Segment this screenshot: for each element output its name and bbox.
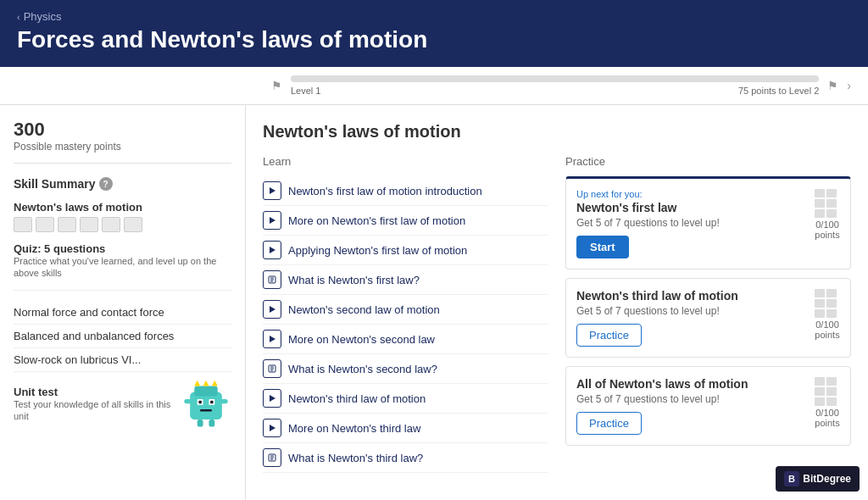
points-value-0: 0/100 points <box>815 219 839 240</box>
svg-marker-12 <box>203 380 209 386</box>
practice-card-newton-all: All of Newton's laws of motion Get 5 of … <box>565 366 851 446</box>
quiz-title: Quiz: 5 questions <box>14 242 231 255</box>
practice-card-content-0: Up next for you: Newton's first law Get … <box>576 189 806 258</box>
svg-marker-14 <box>270 187 275 194</box>
points-block <box>815 397 825 406</box>
learn-item-text-9: What is Newton's third law? <box>288 452 423 464</box>
svg-rect-9 <box>198 419 203 427</box>
practice-column: Practice Up next for you: Newton's first… <box>565 155 851 473</box>
svg-text:B: B <box>788 474 795 484</box>
svg-rect-4 <box>198 400 201 403</box>
sidebar-link-balanced-forces[interactable]: Balanced and unbalanced forces <box>14 325 231 348</box>
points-block <box>826 377 837 386</box>
points-value-1: 0/100 points <box>815 319 839 340</box>
chevron-left-icon: ‹ <box>17 12 20 22</box>
practice-card-subtitle-1: Get 5 of 7 questions to level up! <box>576 305 806 317</box>
unit-test-text: Unit test Test your knowledge of all ski… <box>14 386 172 423</box>
points-block <box>815 377 825 386</box>
article-icon-6 <box>263 359 281 378</box>
learn-item-text-6: What is Newton's second law? <box>288 363 437 375</box>
practice-button-2[interactable]: Practice <box>576 412 642 435</box>
practice-points-2: 0/100 points <box>815 377 840 428</box>
practice-card-title-1: Newton's third law of motion <box>576 289 806 303</box>
practice-card-subtitle-2: Get 5 of 7 questions to level up! <box>576 393 806 405</box>
progress-area: ⚑ Level 1 75 points to Level 2 ⚑ › <box>0 67 868 105</box>
learn-item-6[interactable]: What is Newton's second law? <box>263 354 548 384</box>
learn-item-text-2: Applying Newton's first law of motion <box>288 244 467 257</box>
practice-card-title-2: All of Newton's laws of motion <box>576 377 806 391</box>
svg-rect-6 <box>200 409 212 412</box>
start-button-0[interactable]: Start <box>576 236 629 258</box>
practice-card-subtitle-0: Get 5 of 7 questions to level up! <box>576 217 806 229</box>
learn-item-9[interactable]: What is Newton's third law? <box>263 443 548 473</box>
svg-marker-27 <box>270 395 275 402</box>
content-section-title: Newton's laws of motion <box>263 122 851 142</box>
practice-points-1: 0/100 points <box>815 289 840 340</box>
points-block <box>826 209 837 218</box>
breadcrumb[interactable]: ‹ Physics <box>17 10 851 23</box>
svg-marker-21 <box>270 306 275 313</box>
points-block <box>815 289 825 297</box>
unit-test-desc: Test your knowledge of all skills in thi… <box>14 398 172 423</box>
unit-test-mascot <box>181 379 231 430</box>
skill-block <box>124 217 142 232</box>
up-next-label: Up next for you: <box>576 189 806 199</box>
learn-item-text-3: What is Newton's first law? <box>288 274 420 286</box>
sidebar-link-normal-force[interactable]: Normal force and contact force <box>14 301 231 325</box>
learn-item-text-5: More on Newton's second law <box>288 333 435 346</box>
quiz-section[interactable]: Quiz: 5 questions Practice what you've l… <box>14 242 231 291</box>
skill-block <box>14 217 32 232</box>
main-layout: 300 Possible mastery points Skill Summar… <box>0 105 868 500</box>
bitdegree-label: BitDegree <box>803 473 851 485</box>
mastery-label: Possible mastery points <box>14 141 231 153</box>
points-value-2: 0/100 points <box>815 408 839 428</box>
sidebar-link-slowrock[interactable]: Slow-rock on lubricus VI... <box>14 348 231 372</box>
points-block <box>815 387 825 396</box>
video-icon-2 <box>263 241 281 259</box>
points-block <box>826 189 837 197</box>
points-block <box>826 309 837 318</box>
help-icon[interactable]: ? <box>99 177 113 191</box>
practice-card-content-2: All of Newton's laws of motion Get 5 of … <box>576 377 806 435</box>
page-header: ‹ Physics Forces and Newton's laws of mo… <box>0 0 868 67</box>
article-icon-9 <box>263 448 281 467</box>
points-block <box>826 387 837 396</box>
chevron-right-icon: › <box>847 79 851 92</box>
points-block <box>826 299 837 308</box>
video-icon-7 <box>263 389 281 408</box>
unit-test-section[interactable]: Unit test Test your knowledge of all ski… <box>14 379 231 430</box>
skill-block <box>36 217 54 232</box>
skill-item-title: Newton's laws of motion <box>14 201 231 214</box>
learn-item-8[interactable]: More on Newton's third law <box>263 414 548 443</box>
learn-item-0[interactable]: Newton's first law of motion introductio… <box>263 176 548 206</box>
page-title: Forces and Newton's laws of motion <box>17 26 851 53</box>
learn-item-3[interactable]: What is Newton's first law? <box>263 265 548 295</box>
learn-item-1[interactable]: More on Newton's first law of motion <box>263 206 548 236</box>
points-block <box>815 189 825 197</box>
learn-item-5[interactable]: More on Newton's second law <box>263 325 548 354</box>
learn-item-text-8: More on Newton's third law <box>288 422 420 435</box>
skill-block <box>80 217 98 232</box>
svg-rect-1 <box>194 386 217 396</box>
article-icon-3 <box>263 270 281 289</box>
points-blocks-0 <box>815 189 840 218</box>
practice-button-1[interactable]: Practice <box>576 324 642 347</box>
skill-item-newtons-laws[interactable]: Newton's laws of motion <box>14 201 231 232</box>
mastery-points: 300 <box>14 119 231 141</box>
points-block <box>815 309 825 318</box>
skill-blocks <box>14 217 231 232</box>
svg-marker-15 <box>270 217 275 224</box>
practice-card-newton-third: Newton's third law of motion Get 5 of 7 … <box>565 278 851 358</box>
svg-marker-16 <box>270 247 275 253</box>
bitdegree-badge: B BitDegree <box>776 466 860 492</box>
practice-card-newton-first: Up next for you: Newton's first law Get … <box>565 176 851 269</box>
learn-item-2[interactable]: Applying Newton's first law of motion <box>263 236 548 265</box>
learn-item-7[interactable]: Newton's third law of motion <box>263 384 548 414</box>
learn-item-4[interactable]: Newton's second law of motion <box>263 295 548 325</box>
skill-block <box>102 217 120 232</box>
video-icon-5 <box>263 330 281 348</box>
learn-item-text-7: Newton's third law of motion <box>288 392 426 405</box>
svg-rect-7 <box>184 399 192 403</box>
sidebar: 300 Possible mastery points Skill Summar… <box>0 105 246 500</box>
points-block <box>815 209 825 218</box>
